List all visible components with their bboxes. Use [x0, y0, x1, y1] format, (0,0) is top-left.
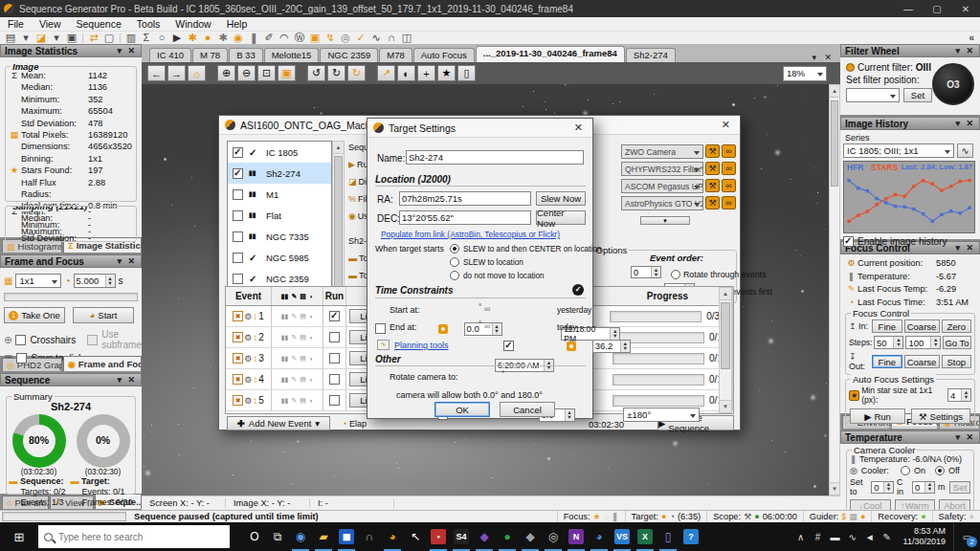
autofocus-settings-button[interactable]: ⚒Settings [911, 408, 970, 424]
menu-tools[interactable]: Tools [129, 18, 168, 30]
green-app-icon[interactable]: ● [496, 522, 519, 551]
focus-target-icon[interactable]: ◉ [231, 32, 246, 44]
event-gear-icon[interactable]: ⚙ [244, 375, 252, 385]
pier-flip-icon[interactable]: ▯ [457, 65, 476, 81]
back-icon[interactable]: ← [147, 65, 166, 81]
connect-link-icon[interactable]: ∞ [722, 179, 736, 192]
autofocus-row-icon[interactable]: ✎ [291, 334, 297, 342]
auto-stretch-icon[interactable]: ↗ [377, 65, 395, 81]
zoom-out-icon[interactable]: ⊖ [237, 65, 256, 81]
panel-header-buttons[interactable]: ▾ ✕ [117, 46, 137, 55]
zoom-actual-icon[interactable]: ▣ [278, 65, 296, 81]
event-reorder-icon[interactable]: ↕ [253, 353, 257, 364]
panel-header-buttons[interactable]: ▾ ✕ [955, 432, 975, 442]
when-option[interactable]: SLEW to and then CENTER on location [450, 242, 601, 255]
history-chart-icon[interactable]: ∿ [957, 143, 973, 158]
tabstrip-buttons[interactable]: ▾ ✕ [812, 53, 835, 62]
taskbar-clock[interactable]: 8:53 AM 11/30/2019 [896, 526, 953, 547]
filter-wheel-icon[interactable]: ❚ [246, 32, 261, 44]
start-degrees-input[interactable]: 0.0▲▼ [464, 322, 502, 336]
delete-event-icon[interactable]: ✖ [233, 332, 243, 342]
control-panel-icon[interactable]: ▢ [101, 32, 117, 44]
menu-help[interactable]: Help [219, 18, 256, 30]
autofocus-row-icon[interactable]: ✎ [291, 376, 297, 384]
target-list-item[interactable]: ▮▮Sh2-274 [228, 163, 331, 184]
settings-wrench-icon[interactable]: ⚒ [705, 144, 720, 158]
set-filter-button[interactable]: Set [903, 88, 932, 102]
edge-icon[interactable]: ◕ [588, 522, 611, 551]
crosshairs-checkbox[interactable] [15, 335, 26, 345]
pause-row-icon[interactable]: ▮▮ [281, 397, 289, 405]
take-one-button[interactable]: 1Take One [4, 307, 65, 323]
cancel-button[interactable]: Cancel [500, 402, 555, 417]
purple-book-icon[interactable]: ▯ [657, 522, 679, 551]
notes-row-icon[interactable]: ◗ [309, 334, 313, 341]
search-input[interactable] [58, 532, 202, 542]
crosshair-icon[interactable]: + [417, 65, 435, 81]
autofocus-row-icon[interactable]: ✎ [291, 313, 297, 320]
new-caret-icon[interactable]: ▾ [18, 32, 33, 44]
tab-frame-and-focus[interactable]: ◉Frame and Focus [63, 356, 142, 371]
save-to-disk-checkbox[interactable] [16, 353, 27, 364]
event-reorder-icon[interactable]: ↕ [253, 311, 257, 321]
gears-icon[interactable]: ✱ [215, 32, 231, 44]
start-button[interactable]: ⊞ [0, 522, 38, 551]
event-run-checkbox[interactable] [329, 311, 340, 321]
menu-file[interactable]: File [0, 18, 32, 30]
events-scrollbar[interactable]: ▲▼ [719, 287, 732, 413]
end-at-checkbox[interactable] [503, 341, 514, 351]
start-lock-icon[interactable] [438, 324, 448, 334]
notification-icon[interactable]: ∩ [384, 32, 399, 44]
forward-icon[interactable]: → [167, 65, 186, 81]
target-list-item[interactable]: ✓NGC 5985 [228, 247, 331, 268]
target-enabled-checkbox[interactable] [233, 274, 243, 284]
cooler-off-radio[interactable] [935, 466, 945, 475]
event-reorder-icon[interactable]: ↕ [253, 374, 257, 385]
menu-sequence[interactable]: Sequence [69, 18, 129, 30]
connect-equipment-icon[interactable]: ⇄ [86, 32, 101, 44]
hidden-icons-chevron[interactable]: ∧ [792, 532, 810, 542]
wifi-icon[interactable]: ∿ [844, 532, 861, 542]
pause-row-icon[interactable]: ▮▮ [281, 334, 289, 342]
min-star-input[interactable]: 4▲▼ [947, 388, 971, 402]
red-app-icon[interactable]: ▪ [427, 522, 450, 551]
doc-tab-sh2-274[interactable]: Sh2-274 [626, 48, 676, 62]
in-fine-button[interactable]: Fine [872, 320, 902, 333]
minimize-button[interactable]: — [894, 0, 923, 17]
enable-history-checkbox[interactable] [843, 236, 854, 247]
dec-input[interactable]: 13°20'55.62" [399, 210, 531, 225]
doc-tab-ic-410[interactable]: IC 410 [149, 48, 191, 62]
usb-icon[interactable]: # [810, 532, 827, 542]
when-option[interactable]: do not move to location [450, 269, 601, 282]
script-row-icon[interactable]: ▤ [300, 334, 306, 342]
file-explorer-icon[interactable]: ▰ [312, 522, 335, 551]
event-gear-icon[interactable]: ⚙ [244, 354, 252, 364]
target-settings-titlebar[interactable]: Target Settings ✕ [368, 119, 592, 138]
equipment-select[interactable]: ASCOM Pegasus UPB Focu... [621, 179, 703, 193]
find-stars-icon[interactable]: ○ [154, 32, 169, 44]
when-option[interactable]: SLEW to location [450, 255, 601, 269]
opera-icon[interactable]: O [243, 522, 266, 551]
start-at-checkbox[interactable] [375, 323, 386, 334]
notes-row-icon[interactable]: ◗ [309, 397, 313, 404]
chrome-icon[interactable]: ◉ [289, 522, 312, 551]
autofocus-run-button[interactable]: ▶Run [850, 408, 905, 424]
tab-phd2-graph[interactable]: ◎PHD2 Graph [2, 358, 62, 371]
start-button[interactable]: ◕Start [73, 307, 134, 323]
zoom-fit-icon[interactable]: ⊡ [257, 65, 276, 81]
observatory-icon[interactable]: Ⓦ [292, 32, 307, 44]
checklist-icon[interactable]: ✓ [353, 32, 368, 44]
frame-focus-header[interactable]: Frame and Focus ▾ ✕ [0, 254, 142, 268]
taskbar-search[interactable] [38, 525, 230, 548]
capture-icon[interactable]: ● [200, 32, 215, 44]
end-lock-icon[interactable] [567, 342, 576, 351]
autofocus-row-icon[interactable]: ✎ [291, 355, 297, 363]
end-degrees-input[interactable]: 36.2▲▼ [592, 340, 631, 353]
populate-link[interactable]: Populate from link (AstroBin, Telescopiu… [381, 230, 560, 239]
target-enabled-checkbox[interactable] [233, 147, 243, 158]
image-history-header[interactable]: Image History ▾ ✕ [840, 117, 980, 130]
panel-header-buttons[interactable]: ▾ ✕ [955, 46, 975, 55]
gray-gem-icon[interactable]: ◆ [519, 522, 542, 551]
contrast-icon[interactable]: ◐ [397, 65, 415, 81]
doc-tab-melotte15[interactable]: Melotte15 [264, 48, 320, 62]
